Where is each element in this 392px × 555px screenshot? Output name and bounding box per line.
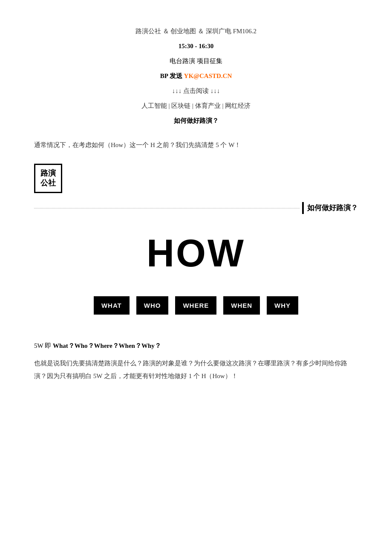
main-question: 如何做好路演？ (34, 115, 358, 127)
header-section: 路演公社 ＆ 创业地图 ＆ 深圳广电 FM106.2 15:30 - 16:30… (34, 26, 358, 127)
read-more: ↓↓↓ 点击阅读 ↓↓↓ (34, 85, 358, 97)
when-button: WHEN (223, 296, 260, 315)
bp-label: BP 发送 (160, 72, 184, 79)
what-button: WHAT (94, 296, 130, 315)
five-w-bold: What？Who？Where？When？Why？ (53, 342, 161, 349)
visual-section: 如何做好路演？ HOW WHAT WHO WHERE WHEN WHY (34, 202, 358, 315)
five-w-desc: 也就是说我们先要搞清楚路演是什么？路演的对象是谁？为什么要做这次路演？在哪里路演… (34, 357, 358, 382)
how-word: HOW (34, 219, 358, 288)
header-time: 15:30 - 16:30 (34, 40, 358, 52)
how-main: HOW (34, 214, 358, 292)
who-button: WHO (136, 296, 169, 315)
five-w-title: 5W 即 What？Who？Where？When？Why？ (34, 340, 358, 352)
dotted-line (34, 208, 300, 208)
header-title: 路演公社 ＆ 创业地图 ＆ 深圳广电 FM106.2 (34, 26, 358, 37)
bar-indicator (302, 202, 304, 214)
tags-line: 人工智能 | 区块链 | 体育产业 | 网红经济 (34, 100, 358, 112)
how-header-text: 如何做好路演？ (307, 202, 358, 215)
logo-area: 路演 公社 (34, 164, 358, 193)
why-button: WHY (267, 296, 298, 315)
bottom-section: 5W 即 What？Who？Where？When？Why？ 也就是说我们先要搞清… (34, 340, 358, 382)
w5-buttons: WHAT WHO WHERE WHEN WHY (34, 296, 358, 315)
intro-text: 通常情况下，在考虑如何（How）这一个 H 之前？我们先搞清楚 5 个 W！ (34, 139, 358, 151)
logo-line2: 公社 (40, 179, 56, 187)
how-header-bar: 如何做好路演？ (34, 202, 358, 215)
where-button: WHERE (175, 296, 216, 315)
header-email-line: BP 发送 YK@CASTD.CN (34, 70, 358, 82)
header-subtitle: 电台路演 项目征集 (34, 55, 358, 67)
five-w-prefix: 5W 即 (34, 342, 53, 349)
logo-line1: 路演 (40, 169, 56, 177)
logo-box: 路演 公社 (34, 164, 62, 193)
email-link[interactable]: YK@CASTD.CN (184, 72, 232, 79)
